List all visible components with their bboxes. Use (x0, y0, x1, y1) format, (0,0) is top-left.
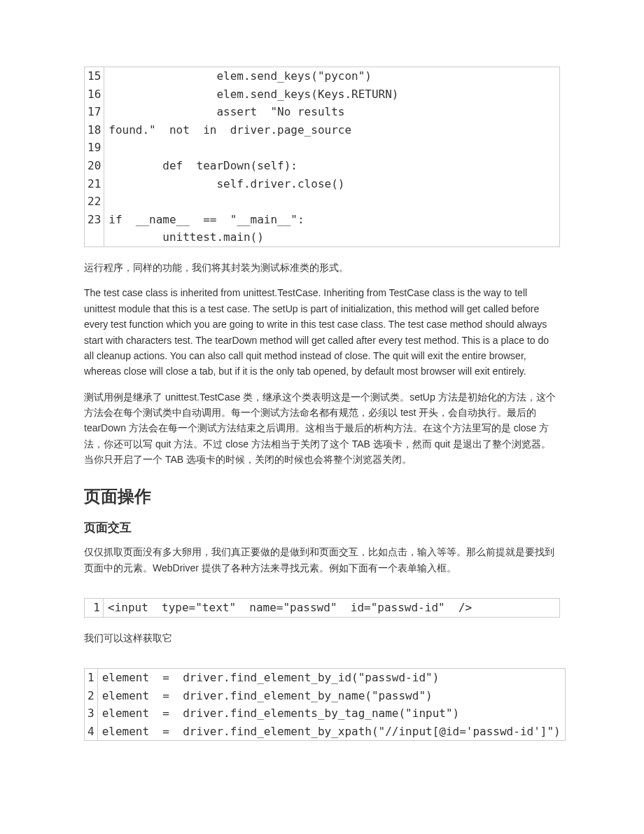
paragraph-5: 我们可以这样获取它 (84, 630, 560, 646)
line-number: 19 (85, 139, 104, 157)
line-number: 23 (85, 211, 104, 229)
paragraph-2: The test case class is inherited from un… (84, 285, 560, 379)
paragraph-1: 运行程序，同样的功能，我们将其封装为测试标准类的形式。 (84, 260, 560, 275)
code-line: element = driver.find_element_by_id("pas… (97, 668, 565, 686)
line-number: 1 (85, 598, 104, 617)
line-number: 3 (85, 704, 98, 723)
code-line: if __name__ == "__main__": (104, 211, 560, 229)
code-block-1: 15 elem.send_keys("pycon")16 elem.send_k… (84, 67, 560, 247)
line-number: 15 (85, 67, 104, 85)
line-number: 1 (85, 668, 98, 686)
code-line: unittest.main() (104, 228, 560, 246)
code-block-2: 1<input type="text" name="passwd" id="pa… (84, 598, 560, 618)
paragraph-3: 测试用例是继承了 unittest.TestCase 类，继承这个类表明这是一个… (84, 389, 560, 468)
line-number: 17 (85, 103, 104, 121)
paragraph-4: 仅仅抓取页面没有多大卵用，我们真正要做的是做到和页面交互，比如点击，输入等等。那… (84, 544, 560, 576)
code-line: elem.send_keys("pycon") (104, 67, 560, 85)
code-line: assert "No results (104, 103, 560, 121)
line-number: 20 (85, 157, 104, 175)
code-line: found." not in driver.page_source (104, 121, 560, 139)
line-number: 18 (85, 121, 104, 139)
line-number: 21 (85, 175, 104, 193)
line-number (85, 228, 104, 246)
heading-page-interaction: 页面交互 (84, 518, 560, 537)
heading-page-operations: 页面操作 (84, 483, 560, 510)
code-block-3: 1element = driver.find_element_by_id("pa… (84, 668, 566, 741)
code-line: element = driver.find_element_by_name("p… (97, 687, 565, 705)
code-line: <input type="text" name="passwd" id="pas… (104, 598, 560, 617)
code-line: elem.send_keys(Keys.RETURN) (104, 85, 560, 104)
code-line: self.driver.close() (104, 175, 560, 193)
line-number: 22 (85, 193, 104, 211)
code-line: def tearDown(self): (104, 157, 560, 175)
code-line: element = driver.find_elements_by_tag_na… (97, 704, 565, 723)
line-number: 2 (85, 687, 98, 705)
code-line: element = driver.find_element_by_xpath("… (97, 723, 565, 741)
line-number: 16 (85, 85, 104, 104)
code-line (104, 139, 560, 157)
line-number: 4 (85, 723, 98, 741)
code-line (104, 193, 560, 211)
